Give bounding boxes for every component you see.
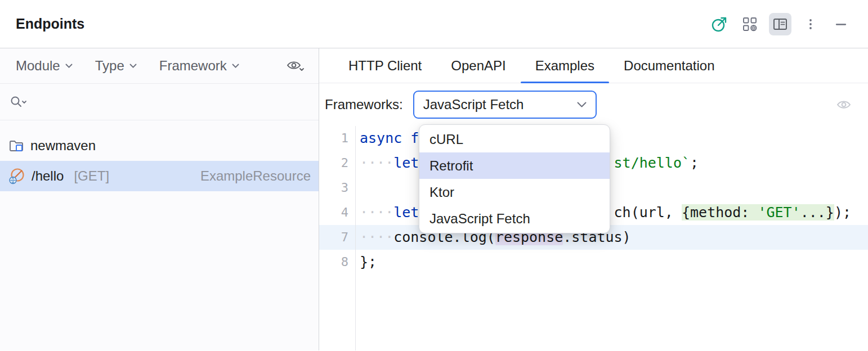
tab-examples[interactable]: Examples bbox=[521, 48, 609, 83]
endpoints-tree: newmaven/hello[GET]ExampleResource bbox=[0, 120, 319, 191]
titlebar-icons bbox=[708, 13, 852, 35]
tree-row-label: /hello bbox=[32, 168, 64, 184]
line-number: 1 bbox=[319, 126, 355, 151]
combobox-value: JavaScript Fetch bbox=[423, 97, 524, 112]
chevron-down-icon bbox=[232, 64, 239, 69]
endpoints-target-icon[interactable] bbox=[708, 13, 731, 35]
tab-openapi[interactable]: OpenAPI bbox=[436, 48, 520, 83]
frameworks-row: Frameworks: JavaScript Fetch bbox=[319, 83, 868, 126]
code-segment-kw: let bbox=[393, 155, 419, 171]
code-segment-str: st/hello` bbox=[614, 155, 690, 171]
module-icon bbox=[8, 137, 25, 154]
details-tabs: HTTP ClientOpenAPIExamplesDocumentation bbox=[319, 48, 868, 83]
line-number: 4 bbox=[319, 200, 355, 225]
chevron-down-icon bbox=[65, 64, 73, 69]
code-segment-kw: async f bbox=[360, 130, 419, 146]
tree-row-label: newmaven bbox=[30, 138, 96, 154]
filter-module[interactable]: Module bbox=[16, 58, 73, 74]
chevron-down-icon bbox=[577, 102, 587, 108]
search-icon bbox=[9, 94, 29, 110]
visibility-filter-eye-icon[interactable] bbox=[286, 58, 305, 74]
chevron-down-icon bbox=[129, 64, 137, 69]
editor-gutter: 123478 bbox=[319, 126, 356, 350]
code-segment-plain: }; bbox=[360, 254, 377, 270]
group-by-modules-icon[interactable] bbox=[739, 13, 761, 35]
code-segment-kw: let bbox=[393, 204, 419, 220]
filter-bar: ModuleTypeFramework bbox=[0, 48, 319, 84]
code-segment-plain: ch(url, bbox=[614, 204, 682, 220]
code-segment-fold: {method: bbox=[682, 204, 758, 220]
tree-row-newmaven[interactable]: newmaven bbox=[0, 130, 319, 161]
code-segment-plain: ; bbox=[690, 155, 699, 171]
code-segment-ws: ···· bbox=[360, 155, 393, 171]
filter-framework[interactable]: Framework bbox=[159, 58, 239, 74]
line-number: 2 bbox=[319, 151, 355, 176]
filter-type[interactable]: Type bbox=[95, 58, 137, 74]
filter-label: Type bbox=[95, 58, 124, 74]
frameworks-label: Frameworks: bbox=[325, 97, 403, 112]
filter-label: Framework bbox=[159, 58, 227, 74]
toggle-details-icon[interactable] bbox=[769, 13, 791, 35]
tab-documentation[interactable]: Documentation bbox=[609, 48, 729, 83]
line-number: 3 bbox=[319, 176, 355, 200]
dropdown-item-ktor[interactable]: Ktor bbox=[419, 179, 610, 205]
endpoints-tool-window: Endpoints ModuleTypeFramework bbox=[0, 0, 868, 351]
page-title: Endpoints bbox=[16, 16, 84, 32]
resource-class-label: ExampleResource bbox=[200, 168, 311, 184]
frameworks-combobox[interactable]: JavaScript Fetch bbox=[413, 91, 597, 119]
filter-label: Module bbox=[16, 58, 60, 74]
dropdown-item-javascript-fetch[interactable]: JavaScript Fetch bbox=[419, 205, 610, 232]
code-segment-ws: ···· bbox=[360, 229, 393, 245]
dropdown-item-curl[interactable]: cURL bbox=[419, 126, 610, 152]
endpoint-details-panel: HTTP ClientOpenAPIExamplesDocumentation … bbox=[319, 48, 868, 350]
code-line: }; bbox=[356, 250, 868, 274]
preview-eye-icon[interactable] bbox=[835, 97, 853, 112]
more-options-icon[interactable] bbox=[799, 13, 822, 35]
code-segment-ws: ···· bbox=[360, 204, 393, 220]
code-segment-fold: ...} bbox=[800, 204, 834, 220]
dropdown-item-retrofit[interactable]: Retrofit bbox=[419, 152, 610, 179]
line-number: 8 bbox=[319, 250, 355, 274]
tree-row-hello[interactable]: /hello[GET]ExampleResource bbox=[0, 161, 319, 191]
code-segment-fold-str: 'GET' bbox=[758, 204, 800, 220]
titlebar: Endpoints bbox=[0, 0, 868, 48]
frameworks-dropdown-popup: cURLRetrofitKtorJavaScript Fetch bbox=[419, 124, 610, 233]
http-method-badge: [GET] bbox=[74, 168, 109, 184]
code-segment-plain: ); bbox=[834, 204, 851, 220]
tab-http-client[interactable]: HTTP Client bbox=[334, 48, 436, 83]
line-number: 7 bbox=[319, 225, 355, 250]
endpoint-icon bbox=[8, 167, 26, 185]
search-field[interactable] bbox=[0, 84, 319, 120]
minimize-icon[interactable] bbox=[830, 13, 852, 35]
endpoints-sidebar: ModuleTypeFramework newmaven/hello[GET]E… bbox=[0, 48, 319, 350]
